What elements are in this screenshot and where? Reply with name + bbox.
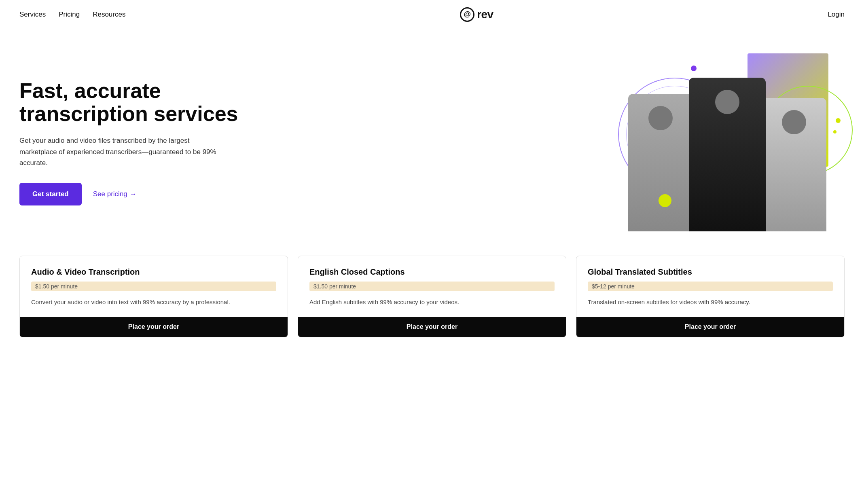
see-pricing-link[interactable]: See pricing → (93, 190, 137, 198)
card-1-description: Convert your audio or video into text wi… (31, 298, 276, 307)
dot-green-large (659, 194, 671, 207)
nav-services[interactable]: Services (19, 11, 46, 19)
hero-people (610, 61, 845, 231)
card-3-title: Global Translated Subtitles (588, 267, 833, 277)
nav-resources[interactable]: Resources (93, 11, 125, 19)
card-2-description: Add English subtitles with 99% accuracy … (309, 298, 555, 307)
dot-purple (691, 66, 697, 71)
hero-headline: Fast, accurate transcription services (19, 79, 262, 125)
card-2-price: $1.50 per minute (309, 282, 555, 291)
card-1-title: Audio & Video Transcription (31, 267, 276, 277)
logo-wordmark: rev (477, 8, 493, 21)
hero-subtext: Get your audio and video files transcrib… (19, 135, 222, 168)
card-1-cta-button[interactable]: Place your order (20, 317, 288, 337)
site-logo[interactable]: @ rev (460, 7, 493, 22)
get-started-button[interactable]: Get started (19, 183, 82, 205)
service-cards-section: Audio & Video Transcription $1.50 per mi… (0, 248, 864, 354)
hero-text-block: Fast, accurate transcription services Ge… (19, 79, 262, 205)
person-3 (762, 98, 826, 231)
hero-cta-group: Get started See pricing → (19, 183, 262, 205)
card-2-title: English Closed Captions (309, 267, 555, 277)
hero-image-area (610, 53, 845, 231)
person-1 (628, 94, 693, 231)
site-header: Services Pricing Resources @ rev Login (0, 0, 864, 29)
card-subtitles: Global Translated Subtitles $5-12 per mi… (576, 256, 845, 337)
nav-right: Login (828, 11, 845, 19)
card-3-cta-button[interactable]: Place your order (576, 317, 844, 337)
arrow-icon: → (130, 190, 137, 198)
card-3-price: $5-12 per minute (588, 282, 833, 291)
logo-at-symbol: @ (460, 7, 474, 22)
dot-green-small-2 (833, 130, 836, 133)
hero-section: Fast, accurate transcription services Ge… (0, 29, 864, 248)
card-3-description: Translated on-screen subtitles for video… (588, 298, 833, 307)
nav-pricing[interactable]: Pricing (59, 11, 80, 19)
card-2-cta-button[interactable]: Place your order (298, 317, 566, 337)
dot-green-small-1 (836, 118, 841, 123)
card-transcription: Audio & Video Transcription $1.50 per mi… (19, 256, 288, 337)
login-link[interactable]: Login (828, 11, 845, 18)
main-nav: Services Pricing Resources (19, 11, 125, 19)
person-2 (689, 78, 766, 231)
card-captions: English Closed Captions $1.50 per minute… (298, 256, 566, 337)
card-1-price: $1.50 per minute (31, 282, 276, 291)
